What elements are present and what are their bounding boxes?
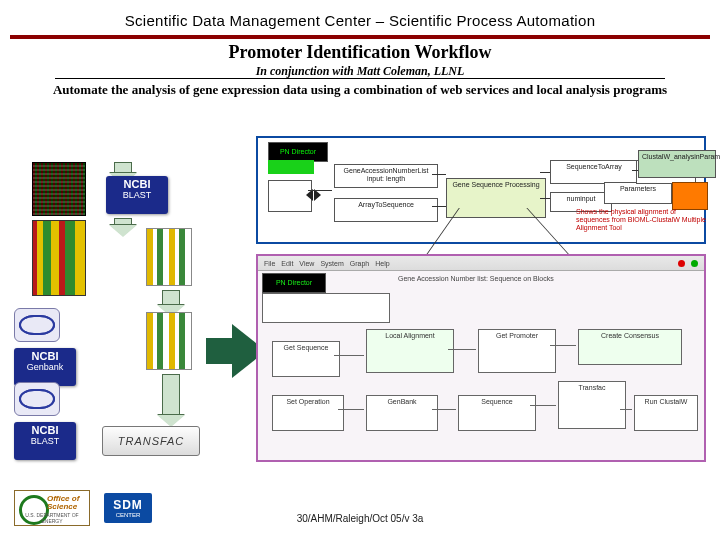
wf-block: Run ClustalW [634,395,698,431]
connector-line [540,172,550,173]
ncbi-label: NCBI [106,179,168,191]
heatmap-thumb [32,220,86,296]
workflow-bottom-panel: File Edit View System Graph Help PN Dire… [256,254,706,462]
connector-line [432,174,446,175]
arrow-down-icon [114,218,132,226]
slide-subtitle: In conjunction with Matt Coleman, LLNL [0,64,720,79]
connector-line [448,349,476,350]
footer-text: 30/AHM/Raleigh/Oct 05/v 3a [0,513,720,524]
connector-line [550,345,576,346]
menu-item: View [299,260,314,267]
wf-block: Get Promoter [478,329,556,373]
array-to-sequence-block: ArrayToSequence [334,198,438,222]
slide-title: Promoter Identification Workflow [0,42,720,63]
connector-line [620,409,632,410]
wf-block: Get Sequence [272,341,340,377]
ncbi-label: NCBI [14,351,76,363]
wf-block: Local Alignment [366,329,454,373]
arrow-down-icon [162,374,180,416]
wf-block: Sequence [458,395,536,431]
connector-line [632,170,638,171]
dna-icon [14,308,60,342]
blast-label: BLAST [14,437,76,446]
blast-label: BLAST [106,191,168,200]
wf-block: Set Operation [272,395,344,431]
clustalw-block: ClustalW_analysinParam [638,150,716,178]
annotation-note: Shows the physical alignment of sequence… [576,208,706,232]
ncbi-genbank-badge: NCBI Genbank [14,348,76,386]
source-block [268,180,312,212]
param-strip [262,293,390,323]
connector-line [308,190,332,191]
menu-item: Edit [281,260,293,267]
connector-line [530,405,556,406]
title-underline [55,78,665,79]
header-text: Scientific Data Management Center – Scie… [125,12,596,29]
param-block [268,160,314,174]
workflow-top-panel: PN Director GeneAccessionNumberList inpu… [256,136,706,244]
microarray-thumb [32,162,86,216]
gene-accession-block: GeneAccessionNumberList input: length [334,164,438,188]
genbank-label: Genbank [14,363,76,372]
alignment-thumb-1 [146,228,192,286]
connector-line [432,206,446,207]
arrow-down-icon [162,290,180,306]
menu-item: System [320,260,343,267]
status-dot-icon [678,260,685,267]
ncbi-blast-badge: NCBI BLAST [106,176,168,214]
connector-line [540,198,550,199]
connector-line [432,409,456,410]
wf-block: Create Consensus [578,329,682,365]
pn-director-block: PN Director [262,273,326,293]
slide-blurb: Automate the analysis of gene expression… [20,82,700,98]
pipeline-column: NCBI BLAST NCBI Genbank NCBI BLAST TRANS… [14,162,244,462]
sequence-to-array-block: SequenceToArray [550,160,638,184]
menu-item: Help [375,260,389,267]
pn-director-block: PN Director [268,142,328,162]
header-bar: Scientific Data Management Center – Scie… [10,5,710,39]
connector-line [334,355,364,356]
menu-item: File [264,260,275,267]
wf-block: Transfac [558,381,626,429]
ncbi-label: NCBI [14,425,76,437]
connector-line [338,409,364,410]
ncbi-blast-badge-2: NCBI BLAST [14,422,76,460]
parameters-block: Parameters [604,182,672,204]
menu-item: Graph [350,260,369,267]
dna-icon [14,382,60,416]
workflow-toolbar: File Edit View System Graph Help [258,256,704,271]
sdm-text: SDM [113,498,143,512]
transfac-badge: TRANSFAC [102,426,200,456]
status-dot-icon [691,260,698,267]
arrow-down-icon [114,162,132,174]
wf-block: GenBank [366,395,438,431]
output-block [672,182,708,210]
diagram-label: Gene Accession Number list: Sequence on … [398,275,558,282]
alignment-thumb-2 [146,312,192,370]
